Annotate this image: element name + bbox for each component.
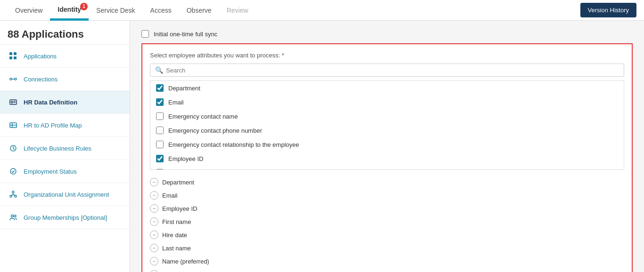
selected-item: − Employee ID [150,202,624,215]
sidebar-lifecycle-label: Lifecycle Business Rules [24,145,91,152]
svg-point-15 [10,168,16,174]
selected-item: − Name (preferred) [150,255,624,268]
main-content: Initial one-time full sync Select employ… [130,21,644,272]
svg-rect-1 [14,52,17,55]
remove-icon[interactable]: − [150,217,158,226]
cb-email-input[interactable] [156,98,164,106]
remove-icon[interactable]: − [150,231,158,239]
selected-item: − Email [150,189,624,202]
check-circle-icon [8,166,19,177]
initial-sync-row: Initial one-time full sync [141,30,633,38]
cb-email-label: Email [168,99,184,106]
nav-servicedesk-label: Service Desk [96,7,135,14]
attribute-selection-section: Select employee attributes you want to p… [141,43,633,272]
sidebar-hr-ad-label: HR to AD Profile Map [24,122,82,129]
cb-emp-id-input[interactable] [156,155,164,162]
sidebar-item-employment-status[interactable]: Employment Status [0,160,130,183]
cb-emerg-rel-input[interactable] [156,141,164,148]
cb-emp-type[interactable]: Employment type [150,166,624,170]
nav-overview-label: Overview [15,7,42,14]
sidebar-item-lifecycle[interactable]: Lifecycle Business Rules [0,137,130,160]
remove-icon[interactable]: − [150,204,158,213]
sidebar-header: 88 Applications [0,21,130,45]
cb-emerg-name[interactable]: Emergency contact name [150,109,624,123]
version-history-button[interactable]: Version History [580,3,636,17]
cb-emerg-phone-label: Emergency contact phone number [168,127,262,134]
remove-icon[interactable]: − [150,244,158,252]
nav-access[interactable]: Access [143,0,179,21]
grid-icon [8,50,19,62]
cb-emp-type-label: Employment type [168,169,215,170]
svg-point-18 [15,195,17,197]
cb-email[interactable]: Email [150,95,624,109]
sidebar-employment-status-label: Employment Status [24,168,77,175]
selected-item-label: Department [162,179,194,186]
cb-emerg-phone[interactable]: Emergency contact phone number [150,123,624,137]
svg-rect-0 [9,52,12,55]
selected-item: − Department [150,176,624,189]
attribute-search-box: 🔍 [150,64,624,77]
remove-icon[interactable]: − [150,191,158,200]
nav-access-label: Access [150,7,172,14]
svg-point-4 [10,78,12,80]
id-card-icon [8,96,19,108]
lifecycle-icon [8,143,19,154]
selected-item-label: Hire date [162,232,187,239]
svg-point-8 [11,101,13,103]
main-layout: 88 Applications Applications Connections [0,21,644,272]
nav-overview[interactable]: Overview [8,0,50,21]
nav-review-label: Review [227,7,248,14]
nav-review[interactable]: Review [219,0,256,21]
sidebar-hr-data-label: HR Data Definition [24,99,77,106]
nav-identity[interactable]: Identity 1 [50,0,89,21]
cb-emerg-phone-input[interactable] [156,127,164,134]
remove-icon[interactable]: − [150,270,158,272]
selected-item: − Position [150,268,624,272]
nav-servicedesk[interactable]: Service Desk [89,0,142,21]
attribute-search-input[interactable] [166,67,619,74]
svg-line-20 [11,195,13,195]
cb-department-label: Department [168,85,200,92]
cb-emerg-name-input[interactable] [156,112,164,120]
nav-observe[interactable]: Observe [179,0,219,21]
cb-department-input[interactable] [156,84,164,92]
nav-observe-label: Observe [187,7,212,14]
sidebar-item-connections[interactable]: Connections [0,68,130,91]
svg-point-17 [10,195,12,197]
cb-emp-id[interactable]: Employee ID [150,152,624,166]
org-icon [8,189,19,200]
sidebar-item-hr-ad-map[interactable]: HR to AD Profile Map [0,114,130,137]
svg-point-16 [12,191,14,193]
sidebar-connections-label: Connections [24,76,58,83]
remove-icon[interactable]: − [150,257,158,265]
sidebar-item-applications[interactable]: Applications [0,45,130,68]
initial-sync-checkbox[interactable] [141,30,149,38]
sidebar-applications-label: Applications [24,53,57,60]
svg-line-21 [13,195,16,195]
svg-point-5 [15,78,17,80]
selected-item-label: Last name [162,245,191,252]
identity-badge: 1 [80,3,88,10]
sidebar-item-org-unit[interactable]: Organizational Unit Assignment [0,183,130,206]
attribute-checkbox-list: Department Email Emergency contact name … [150,80,624,170]
selected-item-label: Employee ID [162,205,197,212]
svg-point-23 [14,215,16,217]
svg-rect-2 [9,56,12,59]
sidebar-item-group-memberships[interactable]: Group Memberships [Optional] [0,206,130,229]
cb-department[interactable]: Department [150,81,624,95]
sidebar-item-hr-data-definition[interactable]: HR Data Definition [0,91,130,114]
sidebar-group-memberships-label: Group Memberships [Optional] [24,214,107,221]
cb-emp-type-input[interactable] [156,169,164,170]
selected-item-label: First name [162,218,191,225]
sidebar-org-unit-label: Organizational Unit Assignment [24,191,109,198]
selected-item-label: Name (preferred) [162,258,209,265]
sidebar: 88 Applications Applications Connections [0,21,130,272]
search-icon: 🔍 [155,66,163,74]
selected-item: − Hire date [150,228,624,241]
cb-emerg-rel[interactable]: Emergency contact relationship to the em… [150,137,624,152]
initial-sync-label[interactable]: Initial one-time full sync [154,31,217,38]
attribute-section-label: Select employee attributes you want to p… [150,52,624,59]
selected-attributes-list: − Department − Email − Employee ID − Fir… [150,176,624,272]
remove-icon[interactable]: − [150,178,158,186]
connection-icon [8,73,19,85]
